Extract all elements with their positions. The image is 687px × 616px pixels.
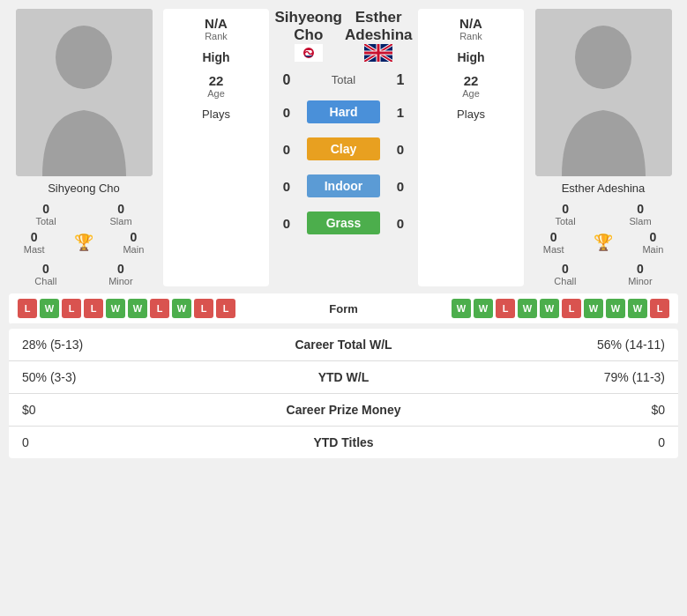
indoor-badge: Indoor — [307, 174, 380, 197]
form-badge: L — [84, 299, 103, 318]
form-badge: L — [18, 299, 37, 318]
left-rank-val: N/A — [205, 16, 228, 31]
right-mast-lbl: Mast — [543, 244, 564, 255]
form-badge: W — [128, 299, 147, 318]
clay-row: 0 Clay 0 — [273, 130, 414, 167]
form-badge: W — [518, 299, 537, 318]
left-mast-cell: 0 Mast — [24, 230, 45, 255]
left-trophy-icon: 🏆 — [74, 233, 93, 252]
right-trophy-row: 0 Mast 🏆 0 Main — [528, 230, 678, 255]
right-rank-val: N/A — [459, 16, 482, 31]
right-minor-lbl: Minor — [628, 276, 653, 286]
form-badge: W — [474, 299, 493, 318]
left-stats-row3: 0 Chall 0 Minor — [9, 262, 159, 286]
right-header-name: Esther Adeshina — [344, 9, 414, 44]
left-mast-val: 0 — [31, 230, 38, 244]
right-chall-val: 0 — [562, 262, 569, 276]
stats-left-val: 50% (3-3) — [22, 370, 265, 384]
left-slam-lbl: Slam — [110, 216, 132, 226]
uk-flag-icon — [364, 44, 392, 62]
form-badge: L — [650, 299, 669, 318]
total-row: 0 Total 1 — [273, 66, 414, 93]
left-form: LWLLWWLWLL — [18, 299, 300, 318]
right-player-name: Esther Adeshina — [562, 182, 646, 195]
stats-row: 50% (3-3)YTD W/L79% (11-3) — [9, 361, 678, 394]
indoor-left-score: 0 — [273, 179, 300, 194]
stats-right-val: 56% (14-11) — [423, 338, 666, 352]
form-badge: W — [628, 299, 647, 318]
form-badge: L — [62, 299, 81, 318]
left-age-val: 22 — [207, 73, 225, 88]
left-minor-lbl: Minor — [108, 276, 133, 286]
stats-section: 28% (5-13)Career Total W/L56% (14-11)50%… — [9, 329, 678, 458]
left-main-val: 0 — [130, 230, 137, 244]
right-player-avatar — [535, 9, 672, 176]
stats-right-val: 0 — [423, 435, 666, 449]
stats-left-val: 0 — [22, 435, 265, 449]
form-badge: W — [172, 299, 191, 318]
right-slam-val: 0 — [637, 202, 644, 216]
form-badge: L — [496, 299, 515, 318]
left-middle-panel: N/A Rank High 22 Age Plays — [163, 9, 269, 286]
form-label: Form — [300, 302, 388, 315]
right-total-cell: 0 Total — [555, 202, 575, 226]
clay-badge: Clay — [307, 137, 380, 160]
left-total-cell: 0 Total — [35, 202, 56, 226]
right-total-lbl: Total — [555, 216, 575, 226]
right-rank-lbl: Rank — [459, 31, 482, 41]
grass-badge: Grass — [307, 212, 380, 234]
left-chall-val: 0 — [42, 262, 49, 276]
left-minor-cell: 0 Minor — [108, 262, 133, 286]
form-badge: W — [584, 299, 603, 318]
hard-row: 0 Hard 1 — [273, 93, 414, 130]
stats-center-label: Career Total W/L — [265, 338, 423, 352]
stats-center-label: YTD Titles — [265, 435, 423, 449]
left-player-name: Sihyeong Cho — [48, 182, 120, 195]
left-rank-box: N/A Rank — [205, 16, 228, 41]
right-form: WWLWWLWWWL — [388, 299, 670, 318]
left-player-card: Sihyeong Cho 0 Total 0 Slam 0 Mast 🏆 — [9, 9, 159, 286]
right-main-val: 0 — [649, 230, 656, 244]
right-main-lbl: Main — [642, 244, 663, 255]
right-plays-box: Plays — [457, 108, 485, 121]
clay-right-score: 0 — [387, 142, 414, 157]
hard-badge: Hard — [307, 100, 380, 123]
form-section: LWLLWWLWLL Form WWLWWLWWWL — [9, 293, 678, 324]
right-main-cell: 0 Main — [642, 230, 663, 255]
right-slam-lbl: Slam — [630, 216, 652, 226]
right-minor-val: 0 — [637, 262, 644, 276]
svg-point-7 — [575, 26, 631, 89]
left-age-box: 22 Age — [207, 73, 225, 99]
main-container: Sihyeong Cho 0 Total 0 Slam 0 Mast 🏆 — [0, 0, 687, 458]
left-level-box: High — [202, 50, 229, 64]
stats-center-label: Career Prize Money — [265, 403, 423, 417]
clay-left-score: 0 — [273, 142, 300, 157]
right-stats-row1: 0 Total 0 Slam — [528, 202, 678, 226]
stats-row: $0Career Prize Money$0 — [9, 394, 678, 427]
form-row: LWLLWWLWLL Form WWLWWLWWWL — [9, 293, 678, 324]
hard-left-score: 0 — [273, 105, 300, 120]
form-badge: W — [606, 299, 625, 318]
center-right-total: 1 — [387, 72, 414, 88]
grass-left-score: 0 — [273, 216, 300, 231]
right-rank-box: N/A Rank — [459, 16, 482, 41]
right-mast-cell: 0 Mast — [543, 230, 564, 255]
grass-row: 0 Grass 0 — [273, 204, 414, 241]
right-chall-lbl: Chall — [554, 276, 576, 286]
left-trophy-row: 0 Mast 🏆 0 Main — [9, 230, 159, 255]
stats-row: 0YTD Titles0 — [9, 427, 678, 458]
right-player-card: Esther Adeshina 0 Total 0 Slam 0 Mast 🏆 — [528, 9, 678, 286]
right-age-lbl: Age — [462, 88, 480, 99]
left-main-lbl: Main — [123, 244, 144, 255]
form-badge: L — [194, 299, 213, 318]
grass-right-score: 0 — [387, 216, 414, 231]
stats-center-label: YTD W/L — [265, 370, 423, 384]
right-mast-val: 0 — [550, 230, 557, 244]
right-middle-panel: N/A Rank High 22 Age Plays — [418, 9, 524, 286]
stats-left-val: 28% (5-13) — [22, 338, 265, 352]
center-left-total: 0 — [273, 72, 300, 88]
left-mast-lbl: Mast — [24, 244, 45, 255]
hard-right-score: 1 — [387, 105, 414, 120]
left-total-lbl: Total — [35, 216, 56, 226]
stats-right-val: 79% (11-3) — [423, 370, 666, 384]
